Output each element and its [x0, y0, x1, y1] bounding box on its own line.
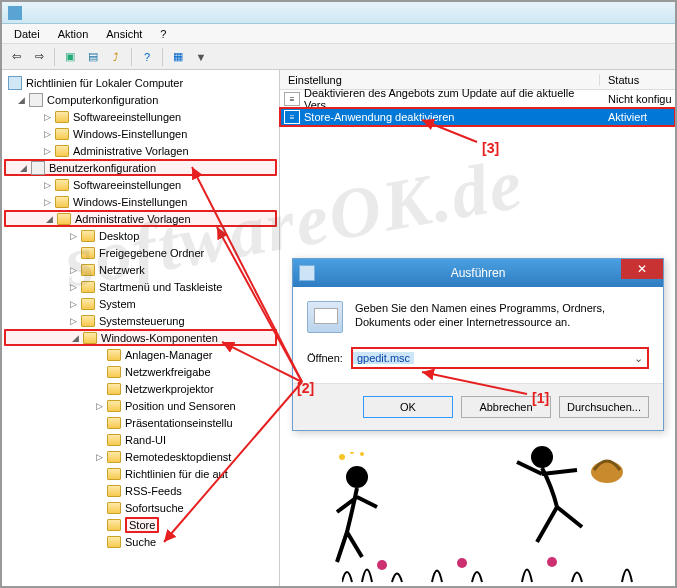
expand-icon[interactable]: ◢ — [44, 214, 55, 224]
folder-icon — [81, 230, 95, 242]
folder-icon — [55, 145, 69, 157]
tree-present[interactable]: Präsentationseinstellu — [125, 417, 233, 429]
expand-icon[interactable]: ▷ — [42, 197, 53, 207]
tree-anlagen[interactable]: Anlagen-Manager — [125, 349, 212, 361]
policy-tree[interactable]: Richtlinien für Lokaler Computer ◢Comput… — [2, 70, 280, 586]
folder-icon — [81, 298, 95, 310]
expand-icon[interactable]: ▷ — [94, 452, 105, 462]
expand-icon[interactable]: ▷ — [42, 146, 53, 156]
props-icon[interactable]: ▦ — [168, 47, 188, 67]
expand-icon[interactable]: ▷ — [42, 112, 53, 122]
tree-system[interactable]: System — [99, 298, 136, 310]
expand-icon[interactable]: ◢ — [70, 333, 81, 343]
run-titlebar[interactable]: Ausführen ✕ — [293, 259, 663, 287]
dropdown-icon[interactable]: ⌄ — [629, 352, 647, 365]
expand-icon[interactable]: ▷ — [68, 299, 79, 309]
col-setting[interactable]: Einstellung — [280, 74, 600, 86]
folder-icon — [107, 519, 121, 531]
tree-startmenu[interactable]: Startmenü und Taskleiste — [99, 281, 222, 293]
tree-sw1[interactable]: Softwareeinstellungen — [73, 111, 181, 123]
expand-icon[interactable]: ▷ — [94, 401, 105, 411]
folder-icon — [107, 502, 121, 514]
folder-icon — [107, 536, 121, 548]
title-bar — [2, 2, 675, 24]
expand-icon[interactable]: ▷ — [68, 265, 79, 275]
list-icon[interactable]: ▤ — [83, 47, 103, 67]
ok-button[interactable]: OK — [363, 396, 453, 418]
run-open-combobox[interactable]: gpedit.msc ⌄ — [351, 347, 649, 369]
tree-shared[interactable]: Freigegebene Ordner — [99, 247, 204, 259]
run-description: Geben Sie den Namen eines Programms, Ord… — [355, 301, 649, 333]
tree-netzproj[interactable]: Netzwerkprojektor — [125, 383, 214, 395]
tree-adm1[interactable]: Administrative Vorlagen — [73, 145, 189, 157]
tree-adm2[interactable]: Administrative Vorlagen — [75, 213, 191, 225]
tree-store[interactable]: Store — [125, 517, 159, 533]
run-open-label: Öffnen: — [307, 352, 343, 364]
tree-sw2[interactable]: Softwareeinstellungen — [73, 179, 181, 191]
tree-rdp[interactable]: Remotedesktopdienst — [125, 451, 231, 463]
folder-icon — [107, 468, 121, 480]
tree-position[interactable]: Position und Sensoren — [125, 400, 236, 412]
row1-status: Nicht konfigu — [608, 93, 672, 105]
tree-root[interactable]: Richtlinien für Lokaler Computer — [26, 77, 183, 89]
tree-userconf[interactable]: Benutzerkonfiguration — [49, 162, 156, 174]
tree-richt[interactable]: Richtlinien für die aut — [125, 468, 228, 480]
filter-icon[interactable]: ▼ — [191, 47, 211, 67]
run-open-value: gpedit.msc — [353, 352, 414, 364]
policy-root-icon — [8, 76, 22, 90]
run-title-text: Ausführen — [451, 266, 506, 280]
menu-file[interactable]: Datei — [6, 26, 48, 42]
menu-help[interactable]: ? — [152, 26, 174, 42]
tree-win2[interactable]: Windows-Einstellungen — [73, 196, 187, 208]
tree-wincomp[interactable]: Windows-Komponenten — [101, 332, 218, 344]
expand-icon[interactable]: ◢ — [18, 163, 29, 173]
run-program-icon — [307, 301, 343, 333]
menu-bar: Datei Aktion Ansicht ? — [2, 24, 675, 44]
tree-controlpanel[interactable]: Systemsteuerung — [99, 315, 185, 327]
tree-netzfrei[interactable]: Netzwerkfreigabe — [125, 366, 211, 378]
row2-status: Aktiviert — [608, 111, 647, 123]
folder-icon — [107, 417, 121, 429]
tree-randui[interactable]: Rand-UI — [125, 434, 166, 446]
col-status[interactable]: Status — [600, 74, 675, 86]
tree-suche[interactable]: Suche — [125, 536, 156, 548]
app-icon — [8, 6, 22, 20]
setting-icon: ≡ — [284, 110, 300, 124]
tree-compconf[interactable]: Computerkonfiguration — [47, 94, 158, 106]
expand-icon[interactable]: ▷ — [42, 129, 53, 139]
folder-icon — [55, 128, 69, 140]
folder-icon — [107, 400, 121, 412]
menu-action[interactable]: Aktion — [50, 26, 97, 42]
expand-icon[interactable]: ▷ — [42, 180, 53, 190]
folder-icon — [107, 451, 121, 463]
forward-icon[interactable]: ⇨ — [29, 47, 49, 67]
help-icon[interactable]: ? — [137, 47, 157, 67]
run-dialog: Ausführen ✕ Geben Sie den Namen eines Pr… — [292, 258, 664, 431]
list-row-selected[interactable]: ≡ Store-Anwendung deaktivieren Aktiviert — [280, 108, 675, 126]
tree-sofort[interactable]: Sofortsuche — [125, 502, 184, 514]
close-icon[interactable]: ✕ — [621, 259, 663, 279]
folder-icon — [55, 196, 69, 208]
setting-icon: ≡ — [284, 92, 300, 106]
browse-button[interactable]: Durchsuchen... — [559, 396, 649, 418]
expand-icon[interactable]: ◢ — [16, 95, 27, 105]
tree-rss[interactable]: RSS-Feeds — [125, 485, 182, 497]
expand-icon[interactable]: ▷ — [68, 282, 79, 292]
folder-icon — [107, 349, 121, 361]
folder-icon — [81, 247, 95, 259]
folder-icon — [55, 111, 69, 123]
back-icon[interactable]: ⇦ — [6, 47, 26, 67]
folder-icon — [83, 332, 97, 344]
tree-win1[interactable]: Windows-Einstellungen — [73, 128, 187, 140]
menu-view[interactable]: Ansicht — [98, 26, 150, 42]
folder-icon — [107, 366, 121, 378]
tree-desktop[interactable]: Desktop — [99, 230, 139, 242]
folder-icon — [107, 434, 121, 446]
expand-icon[interactable]: ▷ — [68, 231, 79, 241]
expand-icon[interactable]: ▷ — [68, 316, 79, 326]
toolbar: ⇦ ⇨ ▣ ▤ ⤴ ? ▦ ▼ — [2, 44, 675, 70]
up-icon[interactable]: ▣ — [60, 47, 80, 67]
tree-network[interactable]: Netzwerk — [99, 264, 145, 276]
list-row[interactable]: ≡ Deaktivieren des Angebots zum Update a… — [280, 90, 675, 108]
export-icon[interactable]: ⤴ — [106, 47, 126, 67]
